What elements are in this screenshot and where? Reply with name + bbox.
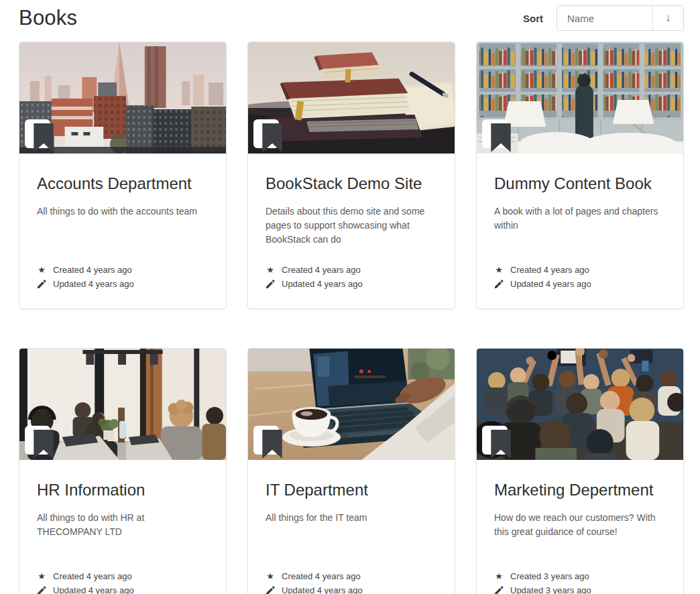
star-icon: ★ [494, 569, 504, 583]
book-description: All things to do with the accounts team [37, 204, 209, 263]
book-card-body: Marketing Depertment How do we reach our… [477, 460, 683, 594]
updated-text: Updated 4 years ago [53, 583, 134, 594]
updated-row: Updated 4 years ago [494, 277, 666, 291]
bookmark-icon [259, 123, 285, 152]
updated-text: Updated 4 years ago [282, 583, 363, 594]
book-title: HR Information [37, 481, 209, 500]
sort-label: Sort [523, 13, 543, 24]
book-card-hr-information[interactable]: HR Information All things to do with HR … [19, 348, 227, 594]
book-card-accounts-department[interactable]: Accounts Department All things to do wit… [19, 42, 227, 309]
book-description: A book with a lot of pages and chapters … [494, 204, 666, 263]
sort-controls: Sort Name ↓ [523, 5, 684, 31]
book-cover-image [248, 349, 455, 460]
sort-box: Name ↓ [557, 5, 684, 31]
book-card-dummy-content-book[interactable]: Dummy Content Book A book with a lot of … [476, 42, 684, 309]
book-title: Marketing Depertment [494, 481, 666, 500]
pencil-icon [494, 586, 504, 594]
star-icon: ★ [37, 263, 46, 277]
star-icon: ★ [266, 569, 275, 583]
book-cover-image [248, 42, 455, 154]
sort-direction-button[interactable]: ↓ [653, 6, 683, 30]
updated-row: Updated 3 years ago [494, 583, 666, 594]
book-card-bookstack-demo-site[interactable]: BookStack Demo Site Details about this d… [247, 42, 455, 309]
book-type-badge [482, 119, 508, 148]
book-card-body: Accounts Department All things to do wit… [19, 154, 226, 308]
updated-row: Updated 4 years ago [37, 583, 209, 594]
created-row: ★ Created 4 years ago [266, 263, 437, 277]
updated-row: Updated 4 years ago [37, 277, 209, 291]
book-meta: ★ Created 4 years ago Updated 4 years ag… [37, 569, 209, 594]
book-type-badge [253, 119, 279, 148]
book-type-badge [253, 426, 279, 455]
sort-field-dropdown[interactable]: Name [557, 6, 653, 30]
book-title: IT Department [266, 481, 437, 500]
bookmark-icon [31, 430, 56, 459]
book-description: All things to do with HR at THECOMPANY L… [37, 511, 209, 569]
created-row: ★ Created 4 years ago [494, 263, 666, 277]
page-header: Books Sort Name ↓ [19, 3, 684, 34]
book-cover-image [19, 42, 226, 154]
book-title: Accounts Department [37, 174, 209, 194]
book-card-marketing-depertment[interactable]: Marketing Depertment How do we reach our… [476, 348, 684, 594]
book-card-body: BookStack Demo Site Details about this d… [248, 154, 455, 308]
book-card-body: Dummy Content Book A book with a lot of … [477, 154, 683, 308]
book-cover-image [477, 42, 683, 154]
book-type-badge [25, 119, 50, 148]
arrow-down-icon: ↓ [665, 11, 671, 25]
book-card-it-department[interactable]: IT Department All things for the IT team… [247, 348, 455, 594]
page-title: Books [19, 6, 77, 30]
bookmark-icon [259, 430, 285, 459]
book-type-badge [482, 426, 508, 455]
created-row: ★ Created 4 years ago [266, 569, 437, 583]
bookmark-icon [488, 430, 514, 459]
star-icon: ★ [494, 263, 504, 277]
book-description: All things for the IT team [266, 511, 437, 569]
created-text: Created 4 years ago [53, 569, 132, 583]
updated-text: Updated 4 years ago [282, 277, 363, 291]
updated-text: Updated 4 years ago [53, 277, 134, 291]
created-text: Created 4 years ago [53, 263, 132, 277]
book-card-body: HR Information All things to do with HR … [19, 460, 226, 594]
book-title: BookStack Demo Site [266, 174, 437, 194]
book-meta: ★ Created 4 years ago Updated 4 years ag… [266, 569, 437, 594]
star-icon: ★ [266, 263, 275, 277]
created-text: Created 3 years ago [510, 569, 589, 583]
bookmark-icon [31, 123, 56, 152]
book-meta: ★ Created 3 years ago Updated 3 years ag… [494, 569, 666, 594]
pencil-icon [37, 280, 46, 288]
pencil-icon [266, 280, 275, 288]
pencil-icon [266, 586, 275, 594]
book-cover-image [19, 349, 226, 460]
book-meta: ★ Created 4 years ago Updated 4 years ag… [494, 263, 666, 291]
created-row: ★ Created 4 years ago [37, 263, 209, 277]
updated-row: Updated 4 years ago [266, 583, 437, 594]
created-text: Created 4 years ago [510, 263, 589, 277]
book-meta: ★ Created 4 years ago Updated 4 years ag… [37, 263, 209, 291]
book-title: Dummy Content Book [494, 174, 666, 194]
updated-text: Updated 4 years ago [510, 277, 591, 291]
created-row: ★ Created 3 years ago [494, 569, 666, 583]
book-meta: ★ Created 4 years ago Updated 4 years ag… [266, 263, 437, 291]
created-text: Created 4 years ago [282, 263, 361, 277]
star-icon: ★ [37, 569, 46, 583]
book-description: How do we reach our customers? With this… [494, 511, 666, 569]
pencil-icon [494, 280, 504, 288]
bookmark-icon [488, 123, 514, 152]
updated-row: Updated 4 years ago [266, 277, 437, 291]
updated-text: Updated 3 years ago [510, 583, 591, 594]
book-cover-image [477, 349, 683, 460]
pencil-icon [37, 586, 46, 594]
book-type-badge [25, 426, 50, 455]
created-text: Created 4 years ago [282, 569, 361, 583]
book-description: Details about this demo site and some pa… [266, 204, 437, 263]
book-card-body: IT Department All things for the IT team… [248, 460, 455, 594]
books-grid: Accounts Department All things to do wit… [19, 42, 684, 594]
created-row: ★ Created 4 years ago [37, 569, 209, 583]
